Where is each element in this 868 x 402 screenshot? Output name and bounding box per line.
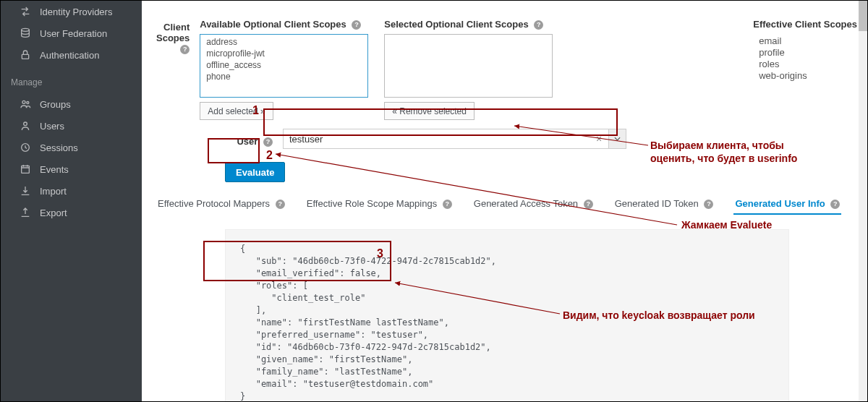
label-text: Selected Optional Client Scopes [384, 19, 528, 30]
calendar-icon [20, 163, 31, 175]
scope-option: roles [753, 59, 867, 70]
scope-option: profile [753, 47, 867, 59]
sidebar-item-label: Users [40, 121, 64, 132]
available-scopes-col: Available Optional Client Scopes ? addre… [200, 19, 368, 120]
annotation-number-3: 3 [377, 247, 383, 260]
sidebar-item-label: Export [40, 208, 67, 218]
sidebar-item-export[interactable]: Export [1, 202, 142, 223]
database-icon [20, 27, 31, 39]
chevron-down-icon [614, 137, 621, 141]
client-scopes-row: Client Scopes ? Available Optional Clien… [156, 19, 851, 120]
sidebar: Identity Providers User Federation Authe… [1, 1, 142, 401]
user-input[interactable] [284, 134, 590, 145]
selected-scopes-select[interactable] [384, 34, 553, 98]
tab-label: Effective Protocol Mappers [158, 198, 270, 209]
clear-icon[interactable]: × [590, 133, 608, 145]
tab-label: Effective Role Scope Mappings [307, 198, 437, 209]
scope-option[interactable]: phone [200, 71, 367, 82]
svg-point-3 [27, 101, 29, 103]
selected-scopes-label: Selected Optional Client Scopes ? [384, 19, 553, 30]
sidebar-item-label: Groups [40, 99, 71, 110]
help-icon[interactable]: ? [263, 137, 273, 147]
sidebar-item-events[interactable]: Events [1, 158, 142, 180]
annotation-text-3: Видим, что keycloak возвращает роли [563, 309, 755, 321]
evaluate-button[interactable]: Evaluate [225, 162, 285, 182]
help-icon[interactable]: ? [704, 200, 713, 209]
label-text: Available Optional Client Scopes [200, 19, 346, 30]
selected-scopes-col: Selected Optional Client Scopes ? « Remo… [384, 19, 553, 120]
sidebar-item-import[interactable]: Import [1, 180, 142, 202]
svg-rect-1 [22, 54, 28, 59]
client-scopes-label: Client Scopes ? [156, 19, 200, 54]
sidebar-item-label: Sessions [40, 142, 78, 153]
remove-selected-button[interactable]: « Remove selected [384, 102, 475, 120]
effective-scopes-label: Effective Client Scopes ? [753, 19, 867, 30]
sidebar-manage-header: Manage [1, 66, 142, 93]
groups-icon [20, 98, 31, 110]
svg-rect-6 [22, 166, 30, 173]
help-icon[interactable]: ? [180, 45, 190, 54]
scope-option: web-origins [753, 70, 867, 82]
sidebar-item-users[interactable]: Users [1, 115, 142, 137]
tab-generated-id-token[interactable]: Generated ID Token ? [613, 194, 715, 215]
effective-scopes-list: emailprofilerolesweb-origins [753, 34, 867, 98]
add-selected-button[interactable]: Add selected » [200, 102, 273, 120]
sidebar-item-label: Import [40, 186, 67, 197]
tab-label: Generated Access Token [474, 198, 578, 209]
vertical-scrollbar-track[interactable] [859, 1, 867, 401]
clock-icon [20, 142, 31, 153]
scope-option[interactable]: microprofile-jwt [200, 48, 367, 59]
label-text: User [237, 136, 258, 147]
sidebar-item-identity-providers[interactable]: Identity Providers [1, 1, 142, 22]
sidebar-item-groups[interactable]: Groups [1, 93, 142, 115]
tab-label: Generated ID Token [615, 198, 699, 209]
sidebar-item-label: User Federation [40, 28, 107, 39]
user-label: User ? [156, 132, 283, 147]
import-icon [20, 185, 31, 197]
help-icon[interactable]: ? [276, 200, 285, 209]
help-icon[interactable]: ? [534, 20, 543, 30]
available-scopes-select[interactable]: addressmicroprofile-jwtoffline_accesspho… [200, 34, 368, 98]
annotation-number-2: 2 [266, 149, 273, 162]
sidebar-item-label: Events [40, 164, 69, 175]
app-viewport: Identity Providers User Federation Authe… [0, 0, 868, 402]
scope-option: email [753, 35, 867, 47]
help-icon[interactable]: ? [584, 200, 593, 209]
annotation-number-1: 1 [252, 104, 259, 117]
swap-icon [20, 6, 31, 17]
user-icon [20, 120, 31, 132]
tab-generated-user-info[interactable]: Generated User Info ? [733, 194, 841, 215]
tab-effective-role-scope-mappings[interactable]: Effective Role Scope Mappings ? [305, 194, 454, 215]
scope-option[interactable]: offline_access [200, 59, 367, 71]
sidebar-item-sessions[interactable]: Sessions [1, 137, 142, 158]
label-text: Effective Client Scopes [753, 19, 857, 30]
sidebar-item-label: Authentication [40, 50, 99, 61]
help-icon[interactable]: ? [830, 200, 840, 209]
result-tabs: Effective Protocol Mappers ?Effective Ro… [156, 194, 851, 215]
effective-scopes-col: Effective Client Scopes ? emailprofilero… [753, 19, 867, 120]
tab-generated-access-token[interactable]: Generated Access Token ? [472, 194, 595, 215]
help-icon[interactable]: ? [352, 20, 361, 30]
tab-label: Generated User Info [735, 198, 825, 209]
annotation-text-1: Выбираем клиента, чтобыоценить, что буде… [650, 139, 797, 165]
sidebar-item-authentication[interactable]: Authentication [1, 44, 142, 66]
help-icon[interactable]: ? [443, 200, 452, 209]
tab-effective-protocol-mappers[interactable]: Effective Protocol Mappers ? [156, 194, 286, 215]
available-scopes-label: Available Optional Client Scopes ? [200, 19, 368, 30]
scope-option[interactable]: address [200, 36, 367, 48]
lock-icon [20, 49, 31, 61]
main-content: Client Scopes ? Available Optional Clien… [142, 1, 867, 401]
svg-point-4 [24, 122, 27, 126]
vertical-scrollbar-thumb[interactable] [859, 1, 867, 31]
content-wrapper: Client Scopes ? Available Optional Clien… [142, 1, 865, 401]
export-icon [20, 207, 31, 218]
dropdown-caret[interactable] [608, 129, 626, 148]
scopes-grid: Available Optional Client Scopes ? addre… [200, 19, 867, 120]
sidebar-item-user-federation[interactable]: User Federation [1, 22, 142, 44]
annotation-text-2: Жамкаем Evaluete [681, 219, 772, 231]
user-combobox[interactable]: × [283, 129, 626, 149]
svg-point-0 [22, 28, 30, 31]
sidebar-item-label: Identity Providers [40, 7, 112, 17]
svg-point-2 [22, 100, 25, 103]
label-text: Client Scopes [156, 22, 190, 43]
